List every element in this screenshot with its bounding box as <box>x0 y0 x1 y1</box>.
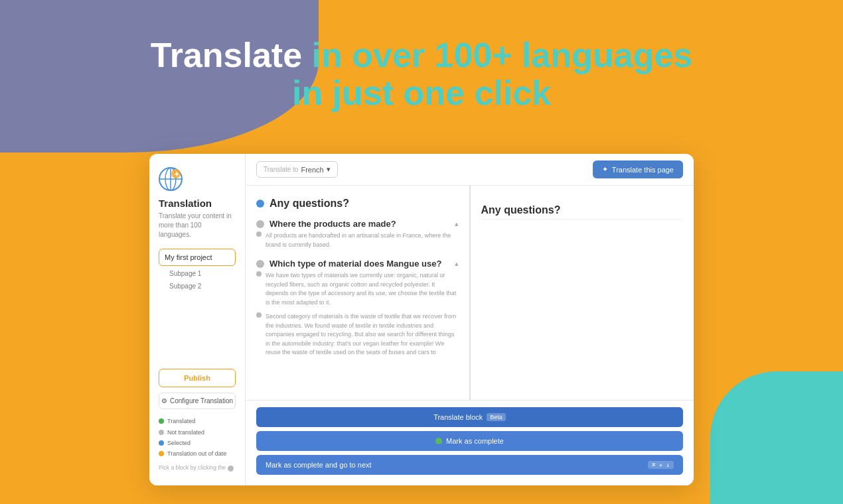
sub-block-text-2a: We have two types of materials we curren… <box>266 271 459 307</box>
beta-badge: Beta <box>487 413 506 421</box>
bg-teal-shape <box>710 371 843 504</box>
block-accordion-2-header: Which type of material does Mangue use? … <box>256 259 459 269</box>
translate-block-button[interactable]: Translate block Beta <box>256 407 683 427</box>
translation-panel: Any questions? <box>471 186 694 400</box>
sub-block-text-2b: Second category of materials is the wast… <box>266 312 459 357</box>
block-accordion-2-title: Which type of material does Mangue use? <box>269 259 449 269</box>
sub-dot-2b <box>256 312 262 318</box>
content-main: Any questions? Where the products are ma… <box>246 186 694 400</box>
app-logo: ✦ <box>159 167 183 191</box>
legend-not-translated: Not translated <box>159 427 236 438</box>
hero-line1: Translate in over 100+ languages <box>151 36 693 74</box>
content-area: Translate to French ▾ ✦ Translate this p… <box>246 154 694 485</box>
block-accordion-2[interactable]: Which type of material does Mangue use? … <box>256 259 459 357</box>
translation-title: Any questions? <box>481 198 684 220</box>
configure-translation-button[interactable]: ⚙ Configure Translation <box>159 393 236 409</box>
pick-hint: Pick a block by clicking the <box>159 464 236 472</box>
hero-line2: in just one click <box>151 74 693 112</box>
check-icon <box>435 438 442 444</box>
chevron-up-icon: ▴ <box>455 220 459 228</box>
legend-dot-translated <box>159 418 164 424</box>
sidebar-nav-item-project[interactable]: My first project <box>159 249 236 266</box>
app-window: ✦ Translation Translate your content in … <box>149 154 694 485</box>
sidebar-nav: My first project Subpage 1 Subpage 2 <box>159 249 236 369</box>
block-accordion-1[interactable]: Where the products are made? ▴ All produ… <box>256 219 459 249</box>
publish-button[interactable]: Publish <box>159 369 236 387</box>
sub-dot <box>256 231 262 237</box>
sidebar-nav-subitem-2[interactable]: Subpage 2 <box>159 280 236 292</box>
legend: Translated Not translated Selected Trans… <box>159 416 236 459</box>
block-heading[interactable]: Any questions? <box>256 198 459 210</box>
translate-block-label: Translate block <box>433 413 483 421</box>
translate-to-lang: French <box>301 166 323 174</box>
translate-page-button[interactable]: ✦ Translate this page <box>593 160 683 178</box>
legend-dot-out-of-date <box>159 451 164 456</box>
block-accordion-2-sub2: Second category of materials is the wast… <box>256 312 459 357</box>
source-panel: Any questions? Where the products are ma… <box>246 186 471 400</box>
block-heading-title: Any questions? <box>269 198 459 210</box>
shortcut-badge: ⌘ + ↓ <box>648 461 674 469</box>
hero-text: Translate in over 100+ languages in just… <box>151 36 693 112</box>
block-accordion-1-content: All products are handcrafted in an artis… <box>256 231 459 249</box>
legend-dot-not-translated <box>159 430 164 435</box>
settings-icon: ⚙ <box>161 397 167 405</box>
block-accordion-2-sub1: We have two types of materials we curren… <box>256 271 459 307</box>
bottom-actions: Translate block Beta Mark as complete Ma… <box>246 400 694 485</box>
legend-out-of-date: Translation out of date <box>159 448 236 459</box>
translation-header: Translate to French ▾ ✦ Translate this p… <box>246 154 694 186</box>
mark-complete-next-label: Mark as complete and go to next <box>266 461 372 469</box>
legend-dot-selected <box>159 440 164 446</box>
sub-dot-2a <box>256 271 262 277</box>
translate-to-label: Translate to <box>264 166 298 173</box>
translate-icon: ✦ <box>602 165 608 174</box>
legend-selected: Selected <box>159 438 236 448</box>
svg-text:✦: ✦ <box>174 171 179 178</box>
mark-complete-label: Mark as complete <box>446 437 504 445</box>
mark-complete-next-button[interactable]: Mark as complete and go to next ⌘ + ↓ <box>256 455 683 475</box>
sidebar-subtitle: Translate your content in more than 100 … <box>159 212 236 239</box>
pick-hint-dot <box>228 466 234 472</box>
mark-complete-button[interactable]: Mark as complete <box>256 431 683 451</box>
block-dot-selected <box>256 200 264 208</box>
sidebar-nav-subitem-1[interactable]: Subpage 1 <box>159 267 236 280</box>
hero-line1-teal: in over 100+ languages <box>312 36 693 74</box>
sidebar: ✦ Translation Translate your content in … <box>149 154 246 485</box>
hero-translate-word: Translate <box>151 36 302 74</box>
block-accordion-1-title: Where the products are made? <box>269 219 449 229</box>
block-dot-1 <box>256 220 264 228</box>
translate-to-button[interactable]: Translate to French ▾ <box>256 161 338 178</box>
sub-block-text-1: All products are handcrafted in an artis… <box>266 231 459 249</box>
block-accordion-1-header: Where the products are made? ▴ <box>256 219 459 229</box>
sidebar-bottom: Publish ⚙ Configure Translation Translat… <box>159 369 236 472</box>
block-heading-header: Any questions? <box>256 198 459 210</box>
chevron-up-icon-2: ▴ <box>455 259 459 268</box>
sidebar-title: Translation <box>159 198 236 209</box>
legend-translated: Translated <box>159 416 236 426</box>
block-dot-2 <box>256 260 264 268</box>
chevron-down-icon: ▾ <box>327 165 331 174</box>
